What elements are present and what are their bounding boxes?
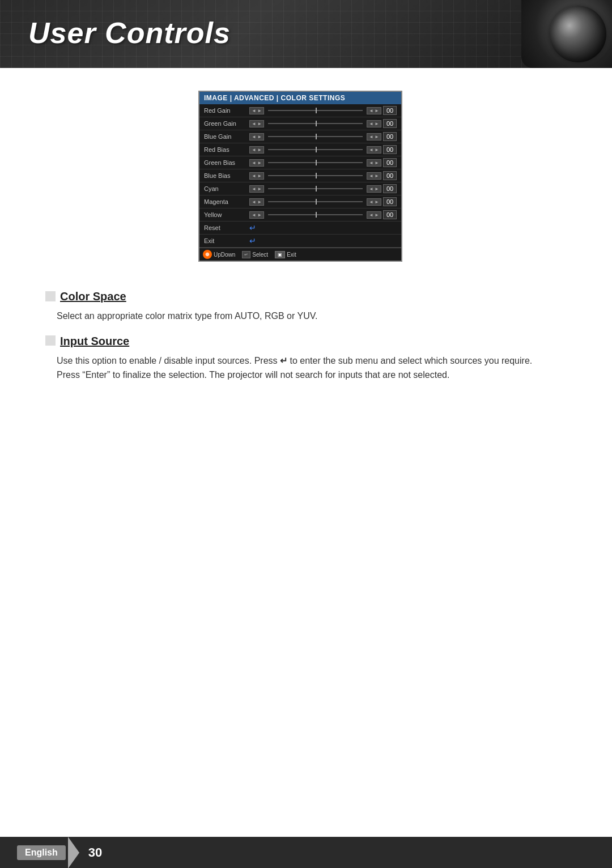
osd-btn-left-yellow: ◄ ►	[249, 211, 264, 219]
osd-slider-magenta	[268, 201, 363, 202]
osd-row-blue-gain: Blue Gain ◄ ► ◄ ► 00	[199, 130, 401, 143]
input-source-body-part1: Use this option to enable / disable inpu…	[57, 356, 280, 365]
osd-btn-left-blue-bias: ◄ ►	[249, 172, 264, 180]
osd-btn-right-magenta: ◄ ►	[367, 198, 381, 206]
osd-controls-green-bias: ◄ ► ◄ ► 00	[249, 158, 397, 167]
osd-btn-left-red-bias: ◄ ►	[249, 146, 264, 154]
osd-btn-right-blue-bias: ◄ ►	[367, 172, 381, 180]
osd-slider-cyan	[268, 188, 363, 189]
osd-controls-blue-gain: ◄ ► ◄ ► 00	[249, 132, 397, 141]
osd-btn-left-green-gain: ◄ ►	[249, 120, 264, 127]
osd-label-cyan: Cyan	[204, 185, 249, 192]
enter-symbol-icon: ↵	[280, 354, 287, 368]
footer-triangle-decoration	[68, 837, 79, 869]
osd-value-red-bias: 00	[383, 145, 397, 154]
osd-slider-yellow	[268, 214, 363, 215]
osd-footer: ⊕ UpDown ↵ Select ▣ Exit	[199, 248, 401, 261]
osd-row-reset: Reset ↵	[199, 222, 401, 235]
osd-row-red-bias: Red Bias ◄ ► ◄ ► 00	[199, 143, 401, 156]
osd-value-green-gain: 00	[383, 119, 397, 128]
osd-footer-select: ↵ Select	[242, 251, 268, 258]
osd-label-red-gain: Red Gain	[204, 107, 249, 114]
input-source-body: Use this option to enable / disable inpu…	[28, 354, 538, 382]
osd-label-reset: Reset	[204, 224, 249, 231]
osd-reset-enter-icon: ↵	[249, 223, 256, 232]
osd-screenshot: IMAGE | ADVANCED | COLOR SETTINGS Red Ga…	[198, 91, 402, 262]
osd-footer-select-label: Select	[252, 252, 268, 258]
osd-slider-blue-bias	[268, 175, 363, 176]
osd-btn-right-green-bias: ◄ ►	[367, 159, 381, 167]
input-source-title: Input Source	[28, 335, 584, 348]
exit-menu-icon: ▣	[275, 251, 285, 258]
osd-btn-right-red-gain: ◄ ►	[367, 107, 381, 114]
osd-row-green-bias: Green Bias ◄ ► ◄ ► 00	[199, 156, 401, 169]
osd-slider-red-gain	[268, 110, 363, 111]
osd-row-exit: Exit ↵	[199, 235, 401, 248]
osd-btn-left-red-gain: ◄ ►	[249, 107, 264, 114]
osd-btn-left-magenta: ◄ ►	[249, 198, 264, 206]
osd-value-yellow: 00	[383, 210, 397, 219]
osd-value-blue-bias: 00	[383, 171, 397, 180]
lens-decoration	[521, 0, 612, 68]
osd-footer-updown: ⊕ UpDown	[203, 250, 235, 259]
osd-controls-red-gain: ◄ ► ◄ ► 00	[249, 106, 397, 115]
updown-nav-icon: ⊕	[203, 250, 212, 259]
osd-label-green-bias: Green Bias	[204, 159, 249, 166]
osd-label-red-bias: Red Bias	[204, 146, 249, 153]
color-space-section: Color Space Select an appropriate color …	[28, 290, 584, 324]
osd-header: IMAGE | ADVANCED | COLOR SETTINGS	[199, 92, 401, 104]
osd-row-yellow: Yellow ◄ ► ◄ ► 00	[199, 209, 401, 222]
osd-btn-right-yellow: ◄ ►	[367, 211, 381, 219]
color-space-title: Color Space	[28, 290, 584, 303]
osd-label-yellow: Yellow	[204, 211, 249, 218]
osd-label-blue-gain: Blue Gain	[204, 133, 249, 140]
select-key-icon: ↵	[242, 251, 250, 258]
osd-slider-blue-gain	[268, 136, 363, 137]
osd-controls-red-bias: ◄ ► ◄ ► 00	[249, 145, 397, 154]
osd-row-cyan: Cyan ◄ ► ◄ ► 00	[199, 182, 401, 195]
osd-value-cyan: 00	[383, 184, 397, 193]
osd-row-magenta: Magenta ◄ ► ◄ ► 00	[199, 195, 401, 209]
osd-btn-right-cyan: ◄ ►	[367, 185, 381, 193]
osd-controls-yellow: ◄ ► ◄ ► 00	[249, 210, 397, 219]
osd-footer-exit-label: Exit	[287, 252, 296, 258]
osd-box: IMAGE | ADVANCED | COLOR SETTINGS Red Ga…	[198, 91, 402, 262]
osd-slider-green-bias	[268, 162, 363, 163]
osd-controls-green-gain: ◄ ► ◄ ► 00	[249, 119, 397, 128]
osd-row-red-gain: Red Gain ◄ ► ◄ ► 00	[199, 104, 401, 117]
osd-value-magenta: 00	[383, 197, 397, 206]
osd-label-green-gain: Green Gain	[204, 120, 249, 127]
osd-slider-green-gain	[268, 123, 363, 124]
main-content: IMAGE | ADVANCED | COLOR SETTINGS Red Ga…	[0, 74, 612, 439]
color-space-body: Select an appropriate color matrix type …	[28, 309, 538, 324]
osd-controls-magenta: ◄ ► ◄ ► 00	[249, 197, 397, 206]
osd-btn-left-green-bias: ◄ ►	[249, 159, 264, 167]
osd-value-blue-gain: 00	[383, 132, 397, 141]
osd-footer-updown-label: UpDown	[214, 252, 235, 258]
osd-value-green-bias: 00	[383, 158, 397, 167]
osd-footer-exit: ▣ Exit	[275, 251, 296, 258]
input-source-section: Input Source Use this option to enable /…	[28, 335, 584, 382]
page-footer: English 30	[0, 837, 612, 868]
osd-exit-enter-icon: ↵	[249, 236, 256, 245]
osd-btn-left-blue-gain: ◄ ►	[249, 133, 264, 141]
osd-controls-blue-bias: ◄ ► ◄ ► 00	[249, 171, 397, 180]
footer-language-badge: English	[17, 845, 66, 860]
osd-slider-red-bias	[268, 149, 363, 150]
osd-label-magenta: Magenta	[204, 198, 249, 205]
osd-btn-left-cyan: ◄ ►	[249, 185, 264, 193]
osd-label-blue-bias: Blue Bias	[204, 172, 249, 179]
osd-controls-cyan: ◄ ► ◄ ► 00	[249, 184, 397, 193]
page-title: User Controls	[28, 16, 231, 50]
osd-row-blue-bias: Blue Bias ◄ ► ◄ ► 00	[199, 169, 401, 182]
footer-page-number: 30	[88, 845, 102, 860]
osd-row-green-gain: Green Gain ◄ ► ◄ ► 00	[199, 117, 401, 130]
osd-value-red-gain: 00	[383, 106, 397, 115]
osd-label-exit: Exit	[204, 237, 249, 244]
osd-btn-right-red-bias: ◄ ►	[367, 146, 381, 154]
osd-btn-right-green-gain: ◄ ►	[367, 120, 381, 127]
osd-btn-right-blue-gain: ◄ ►	[367, 133, 381, 141]
